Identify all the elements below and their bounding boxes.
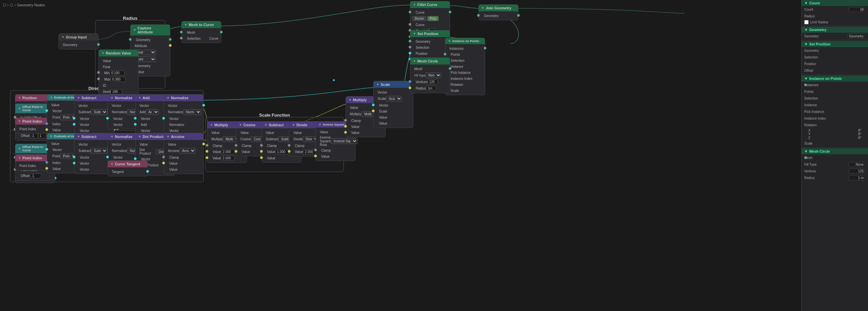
- mesh-to-curve-label: Mesh to Curve: [189, 23, 214, 27]
- breadcrumb-text: Geometry Nodes: [17, 3, 45, 7]
- breadcrumb: ⬡ › ⬡ › Geometry Nodes: [3, 3, 45, 7]
- subtract2-mode[interactable]: Subtract: [91, 148, 107, 154]
- divide-sf-label: Divide: [297, 123, 307, 127]
- point-index2-label: Point Index: [22, 156, 42, 160]
- random-seed-input[interactable]: [111, 89, 122, 94]
- mesh-circle-radius[interactable]: [426, 86, 436, 91]
- multiply-sf-val[interactable]: [221, 149, 235, 154]
- add1-label: Add: [143, 96, 150, 100]
- breadcrumb-icon: ⬡: [3, 3, 6, 7]
- properties-panel: ▼ Count Count 18 Radius Limit Radius ▼ G…: [801, 0, 868, 311]
- mc-mesh-row: Mesh: [802, 154, 868, 161]
- normalize1-label: Normalize: [115, 96, 132, 100]
- multiply-sf-val2[interactable]: [221, 156, 235, 161]
- capture-geometry-in: Geometry: [130, 37, 170, 43]
- breadcrumb-icon2: ⬡: [10, 3, 13, 7]
- offset2-input[interactable]: [30, 173, 41, 178]
- multiply-center-label: Multiply: [353, 98, 367, 102]
- set-position-section: ▼ Set Position: [802, 41, 868, 47]
- subtract1-mode[interactable]: Subtract: [91, 109, 107, 115]
- mesh-circle-node[interactable]: ▼ Mesh Circle Mesh Fill Type None Vertic…: [410, 57, 450, 93]
- radius-row: Radius: [802, 13, 868, 19]
- fill-type-select[interactable]: None: [425, 73, 441, 78]
- mesh-to-curve-header: ▼ Mesh to Curve: [182, 21, 221, 28]
- mesh-to-curve-node[interactable]: ▼ Mesh to Curve Mesh Selection Curve: [181, 21, 221, 43]
- set-position-label: Set Position: [417, 32, 439, 36]
- arcsine-label: Arcsine: [171, 135, 184, 139]
- count-row: Count 18: [802, 6, 868, 13]
- normalize2-label: Normalize: [171, 96, 189, 100]
- join-geometry-label: Join Geometry: [486, 6, 512, 10]
- count-value: 18: [849, 7, 865, 12]
- multiply-sf-label: Multiply: [214, 123, 228, 127]
- normalize2-node[interactable]: ▼ Normalize Vector Normalize Normalize V…: [163, 94, 204, 135]
- scale-node-header: ▼ Scale: [374, 81, 413, 88]
- instance-on-points-label: Instance on Points: [452, 39, 479, 43]
- offset1-input[interactable]: [30, 133, 38, 138]
- group-input-label: Group Input: [66, 35, 87, 39]
- group-input-node[interactable]: ▼ Group Input Geometry: [58, 33, 98, 50]
- set-position-header: ▼ Set Position: [410, 30, 450, 37]
- group-input-header: ▼ Group Input: [59, 34, 98, 40]
- add1-mode[interactable]: Add: [146, 109, 159, 115]
- geometry-section-header: ▼ Geometry: [802, 27, 868, 33]
- capture-attribute-header: ▼ Capture Attribute: [130, 25, 170, 35]
- join-geometry-node[interactable]: ▼ Join Geometry Geometry: [478, 4, 519, 20]
- capture-attribute-label: Capture Attribute: [137, 26, 167, 34]
- fillet-bezier-btn[interactable]: Bezier: [412, 16, 426, 21]
- scale-mode[interactable]: Scale: [386, 96, 402, 102]
- mc-radius-row: Radius 1 m: [802, 174, 868, 181]
- svg-point-0: [333, 79, 335, 81]
- normalize2-mode[interactable]: Normalize: [183, 109, 201, 115]
- fillet-curve-header: ▼ Fillet Curve: [410, 1, 450, 8]
- sp-selection-row: Selection: [802, 54, 868, 60]
- random-max-input[interactable]: [111, 77, 126, 82]
- random-value-label: Random Value: [106, 51, 131, 55]
- geometry-output-row: Geometry Geometry: [802, 33, 868, 39]
- instance-on-points-header: ▼ Instance on Points: [445, 38, 485, 44]
- fillet-poly-btn[interactable]: Poly: [427, 16, 438, 21]
- mesh-circle-label: Mesh Circle: [417, 59, 438, 63]
- mc-section: ▼ Mesh Circle: [802, 148, 868, 154]
- subtract-sf-label: Subtract: [269, 123, 284, 127]
- breadcrumb-separator2: ›: [15, 3, 16, 7]
- position1-label: Position: [22, 96, 37, 100]
- fillet-curve-label: Fillet Curve: [417, 3, 437, 7]
- mesh-circle-header: ▼ Mesh Circle: [410, 58, 450, 64]
- mesh-circle-vertices[interactable]: [428, 80, 438, 85]
- inv-sqrt-mode[interactable]: Inverse Square Root: [331, 138, 358, 144]
- mc-filltype-row: Fill Type None: [802, 161, 868, 168]
- limit-radius-row: Limit Radius: [802, 19, 868, 25]
- count-label: Count: [809, 1, 820, 5]
- instance-on-points-node[interactable]: ▼ Instance on Points Instances Points Se…: [445, 38, 485, 95]
- sp-geometry-row: Geometry: [802, 47, 868, 54]
- join-geometry-header: ▼ Join Geometry: [479, 5, 518, 11]
- curve-tangent-node[interactable]: ▼ Curve Tangent Tangent: [107, 160, 148, 176]
- curve-tangent-header: ▼ Curve Tangent: [108, 161, 147, 167]
- random-min-input[interactable]: [110, 70, 125, 76]
- node-canvas[interactable]: ⬡ › ⬡ › Geometry Nodes: [0, 0, 868, 311]
- scale-function-title: Scale Function: [259, 113, 290, 118]
- curve-tangent-label: Curve Tangent: [115, 162, 140, 166]
- sp-offset-row: Offset: [802, 67, 868, 74]
- arcsine-mode[interactable]: Arcsine: [179, 148, 196, 154]
- scale-node[interactable]: ▼ Scale Vector Scale Scale Vector Scale …: [373, 81, 413, 128]
- point-index1-label: Point Index: [22, 119, 42, 123]
- arcsine-node[interactable]: ▼ Arcsine Value Arcsine Arcsine Clamp Va…: [163, 133, 204, 174]
- scale-node-label: Scale: [380, 83, 390, 86]
- group-input-geometry: Geometry: [59, 42, 98, 48]
- mc-vertices-row: Vertices 125: [802, 168, 868, 174]
- sp-position-row: Position: [802, 60, 868, 67]
- limit-radius-check[interactable]: [804, 20, 809, 24]
- subtract-sf-val[interactable]: [275, 149, 289, 154]
- arcsine-header: ▼ Arcsine: [164, 133, 203, 140]
- dot-product-label: Dot Product: [143, 135, 163, 139]
- normalize2-header: ▼ Normalize: [164, 94, 203, 101]
- count-section-header: ▼ Count: [802, 0, 868, 6]
- offset1b-input[interactable]: [38, 133, 46, 138]
- breadcrumb-separator: ›: [7, 3, 9, 7]
- radius-group-title: Radius: [123, 16, 137, 21]
- normalize3-label: Normalize: [115, 135, 132, 139]
- subtract2-label: Subtract: [82, 135, 96, 139]
- iop-instances-row: Instances: [802, 82, 868, 88]
